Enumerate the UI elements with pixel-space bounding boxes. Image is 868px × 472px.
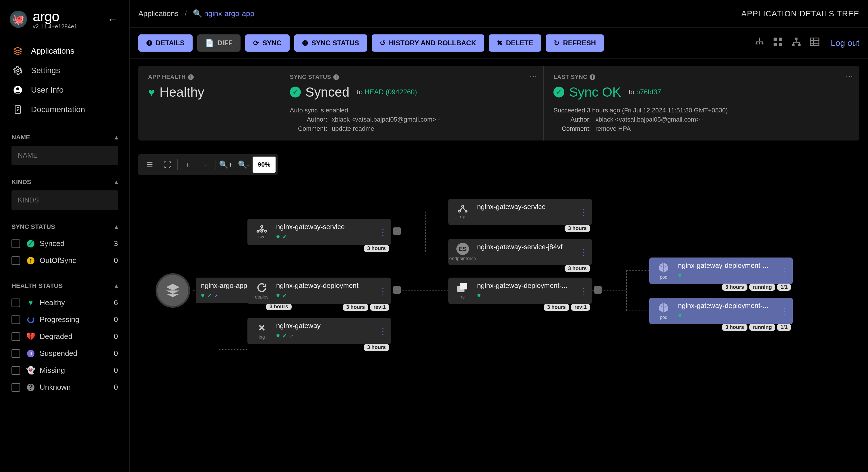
checkbox[interactable] — [11, 239, 20, 248]
heart-icon: ♥ — [148, 86, 155, 99]
node-menu-icon[interactable]: ⋮ — [781, 306, 789, 316]
node-pod[interactable]: pod nginx-gateway-deployment-...♥ ⋮ 3 ho… — [649, 298, 793, 324]
nav-label: Settings — [31, 66, 60, 75]
svg-rect-12 — [795, 38, 797, 40]
nav-user-info[interactable]: User Info — [0, 80, 129, 100]
nav-applications[interactable]: Applications — [0, 41, 129, 61]
filter-progressing[interactable]: Progressing0 — [11, 311, 118, 328]
checkbox[interactable] — [11, 299, 20, 307]
nav-label: Documentation — [31, 105, 85, 114]
node-pod[interactable]: pod nginx-gateway-deployment-...♥ ⋮ 3 ho… — [649, 258, 793, 284]
root-app-icon[interactable] — [156, 273, 190, 308]
heart-icon: ♥ — [201, 292, 205, 299]
sync-status-label: SYNC STATUS — [290, 74, 331, 80]
caret-up-icon[interactable]: ▴ — [115, 223, 118, 231]
check-icon: ✔ — [207, 292, 212, 299]
view-network-icon[interactable] — [791, 37, 801, 49]
view-list-icon[interactable] — [809, 37, 820, 49]
synced-icon: ✓ — [26, 240, 36, 247]
filter-degraded[interactable]: 💔Degraded0 — [11, 328, 118, 345]
view-grid-icon[interactable] — [773, 37, 783, 49]
node-menu-icon[interactable]: ⋮ — [580, 207, 588, 217]
last-sync-revision-link[interactable]: b76bf37 — [637, 88, 661, 96]
checkbox[interactable] — [11, 349, 20, 358]
checkbox[interactable] — [11, 256, 20, 265]
checkbox[interactable] — [11, 366, 20, 375]
filter-outofsync[interactable]: ↑ OutOfSync 0 — [11, 252, 118, 269]
sync-icon: ⟳ — [253, 39, 259, 47]
menu-icon[interactable]: ⋯ — [530, 72, 537, 81]
diff-button[interactable]: 📄DIFF — [197, 34, 241, 52]
info-icon[interactable]: i — [590, 74, 595, 80]
filter-healthy[interactable]: ♥Healthy6 — [11, 294, 118, 311]
breadcrumb-app[interactable]: nginx-argo-app — [204, 9, 254, 18]
info-icon[interactable]: i — [188, 74, 194, 80]
external-link-icon[interactable]: ↗ — [214, 293, 218, 299]
collapse-toggle[interactable]: − — [393, 227, 401, 235]
filter-kinds-input[interactable] — [11, 191, 118, 210]
filter-unknown[interactable]: ?Unknown0 — [11, 379, 118, 396]
filter-name-input[interactable] — [11, 146, 118, 165]
node-menu-icon[interactable]: ⋮ — [379, 286, 387, 296]
menu-icon[interactable]: ⋯ — [846, 72, 853, 81]
nav-settings[interactable]: Settings — [0, 61, 129, 80]
caret-up-icon[interactable]: ▴ — [115, 178, 118, 186]
collapse-toggle[interactable]: − — [393, 286, 401, 294]
node-endpoints[interactable]: ep nginx-gateway-service ⋮ 3 hours — [448, 199, 592, 225]
details-button[interactable]: iDETAILS — [138, 34, 193, 52]
filter-name-head: NAME — [11, 134, 30, 141]
svg-rect-10 — [774, 43, 777, 46]
node-endpointslice[interactable]: ESendpointslice nginx-gateway-service-j8… — [448, 239, 592, 265]
autosync-text: Auto sync is enabled. — [290, 107, 534, 114]
checkbox[interactable] — [11, 332, 20, 341]
svg-rect-8 — [774, 38, 777, 41]
breadcrumb-root[interactable]: Applications — [138, 9, 179, 18]
svg-rect-24 — [460, 283, 467, 289]
sync-revision-link[interactable]: HEAD (0942260) — [365, 88, 417, 96]
brand-version: v2.11.4+e1284e1 — [33, 23, 77, 30]
history-button[interactable]: ↺HISTORY AND ROLLBACK — [372, 34, 484, 52]
search-icon[interactable]: 🔍 — [193, 9, 202, 18]
svg-point-2 — [17, 88, 20, 91]
node-menu-icon[interactable]: ⋮ — [580, 286, 588, 296]
checkbox[interactable] — [11, 315, 20, 324]
svg-rect-7 — [762, 43, 763, 44]
node-menu-icon[interactable]: ⋮ — [781, 266, 789, 276]
node-deployment[interactable]: deploy nginx-gateway-deployment♥✔ ⋮ 3 ho… — [247, 278, 391, 304]
collapse-toggle[interactable]: − — [594, 286, 601, 294]
broken-heart-icon: 💔 — [26, 332, 36, 341]
sync-status-button[interactable]: iSYNC STATUS — [294, 34, 367, 52]
node-menu-icon[interactable]: ⋮ — [379, 326, 387, 336]
node-service[interactable]: svc nginx-gateway-service♥✔ ⋮ 3 hours — [247, 219, 391, 245]
node-menu-icon[interactable]: ⋮ — [379, 227, 387, 237]
refresh-button[interactable]: ↻REFRESH — [546, 34, 604, 52]
node-ingress[interactable]: ing nginx-gateway♥✔↗ ⋮ 3 hours — [247, 318, 391, 344]
user-icon — [11, 86, 24, 95]
view-tree-icon[interactable] — [754, 37, 765, 49]
filter-suspended[interactable]: ⏸Suspended0 — [11, 345, 118, 362]
brand-name: argo — [33, 9, 77, 24]
info-icon[interactable]: i — [333, 74, 339, 80]
nav-label: Applications — [31, 46, 74, 56]
checkbox[interactable] — [11, 383, 20, 392]
svg-point-16 — [261, 225, 263, 227]
external-link-icon[interactable]: ↗ — [289, 333, 293, 339]
collapse-sidebar-button[interactable]: ← — [105, 11, 121, 28]
pause-icon: ⏸ — [26, 350, 36, 357]
delete-button[interactable]: ✖DELETE — [489, 34, 541, 52]
filter-missing[interactable]: 👻Missing0 — [11, 362, 118, 379]
last-sync-line: Succeeded 3 hours ago (Fri Jul 12 2024 1… — [553, 107, 849, 114]
logout-link[interactable]: Log out — [831, 38, 859, 48]
filter-synced[interactable]: ✓ Synced 3 — [11, 235, 118, 252]
sync-button[interactable]: ⟳SYNC — [245, 34, 290, 52]
node-replicaset[interactable]: rs nginx-gateway-deployment-...♥ ⋮ 3 hou… — [448, 278, 592, 304]
caret-up-icon[interactable]: ▴ — [115, 134, 118, 141]
check-icon — [290, 87, 301, 98]
check-icon — [553, 87, 564, 98]
last-sync-value: Sync OK — [569, 84, 621, 100]
svg-point-18 — [261, 230, 263, 232]
node-menu-icon[interactable]: ⋮ — [580, 247, 588, 257]
nav-documentation[interactable]: Documentation — [0, 100, 129, 119]
caret-up-icon[interactable]: ▴ — [115, 282, 118, 290]
info-icon: i — [146, 40, 152, 46]
